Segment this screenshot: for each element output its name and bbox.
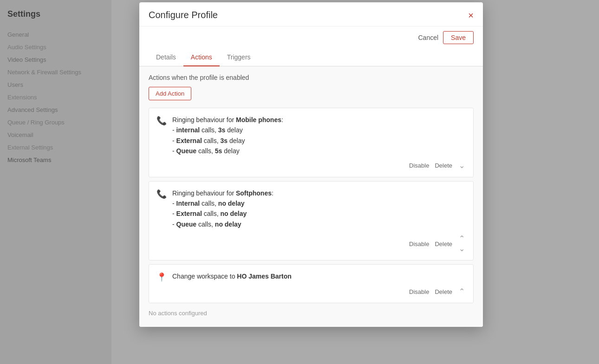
delete-softphone-button[interactable]: Delete bbox=[435, 240, 452, 247]
no-actions-label: No actions configured bbox=[149, 307, 474, 319]
add-action-button[interactable]: Add Action bbox=[149, 87, 191, 100]
modal-header: Configure Profile × bbox=[139, 2, 483, 26]
action-card-softphone-content: 📞 Ringing behaviour for Softphones: - In… bbox=[156, 188, 466, 230]
cancel-button[interactable]: Cancel bbox=[418, 34, 438, 41]
modal-body: Actions when the profile is enabled Add … bbox=[139, 66, 483, 327]
arrow-up-softphone[interactable]: ⌃ bbox=[458, 234, 466, 243]
action-text-workspace: Change workspace to HO James Barton bbox=[172, 271, 466, 281]
modal-tabs: Details Actions Triggers bbox=[139, 49, 483, 66]
action-card-mobile-footer: Disable Delete ⌄ bbox=[156, 161, 466, 170]
phone-softphone-icon: 📞 bbox=[156, 189, 167, 199]
action-card-softphone-footer: Disable Delete ⌃ ⌄ bbox=[156, 234, 466, 254]
action-card-workspace-footer: Disable Delete ⌃ bbox=[156, 287, 466, 296]
action-card-mobile: 📞 Ringing behaviour for Mobile phones: -… bbox=[149, 108, 474, 177]
tab-actions[interactable]: Actions bbox=[183, 49, 220, 66]
modal-close-button[interactable]: × bbox=[468, 11, 474, 20]
location-icon: 📍 bbox=[156, 272, 167, 282]
disable-softphone-button[interactable]: Disable bbox=[409, 240, 429, 247]
action-text-softphone: Ringing behaviour for Softphones: - Inte… bbox=[172, 188, 466, 230]
arrow-up-workspace[interactable]: ⌃ bbox=[458, 287, 466, 296]
action-card-softphone: 📞 Ringing behaviour for Softphones: - In… bbox=[149, 181, 474, 261]
arrows-softphone: ⌃ ⌄ bbox=[458, 234, 466, 254]
delete-workspace-button[interactable]: Delete bbox=[435, 288, 452, 295]
action-card-mobile-content: 📞 Ringing behaviour for Mobile phones: -… bbox=[156, 115, 466, 156]
modal-actions-bar: Cancel Save bbox=[139, 26, 483, 49]
delete-mobile-button[interactable]: Delete bbox=[435, 162, 452, 169]
action-card-workspace: 📍 Change workspace to HO James Barton Di… bbox=[149, 264, 474, 303]
disable-mobile-button[interactable]: Disable bbox=[409, 162, 429, 169]
phone-icon: 📞 bbox=[156, 116, 167, 126]
arrow-down-mobile[interactable]: ⌄ bbox=[458, 161, 466, 170]
tab-details[interactable]: Details bbox=[149, 49, 183, 66]
arrows-mobile: ⌄ bbox=[458, 161, 466, 170]
arrows-workspace: ⌃ bbox=[458, 287, 466, 296]
arrow-down-softphone[interactable]: ⌄ bbox=[458, 244, 466, 254]
modal-title: Configure Profile bbox=[149, 10, 218, 20]
action-text-mobile: Ringing behaviour for Mobile phones: - i… bbox=[172, 115, 466, 156]
save-button[interactable]: Save bbox=[443, 31, 474, 44]
disable-workspace-button[interactable]: Disable bbox=[409, 288, 429, 295]
configure-profile-modal: Configure Profile × Cancel Save Details … bbox=[139, 2, 483, 327]
tab-triggers[interactable]: Triggers bbox=[220, 49, 258, 66]
section-label: Actions when the profile is enabled bbox=[149, 74, 474, 81]
action-card-workspace-content: 📍 Change workspace to HO James Barton bbox=[156, 271, 466, 282]
